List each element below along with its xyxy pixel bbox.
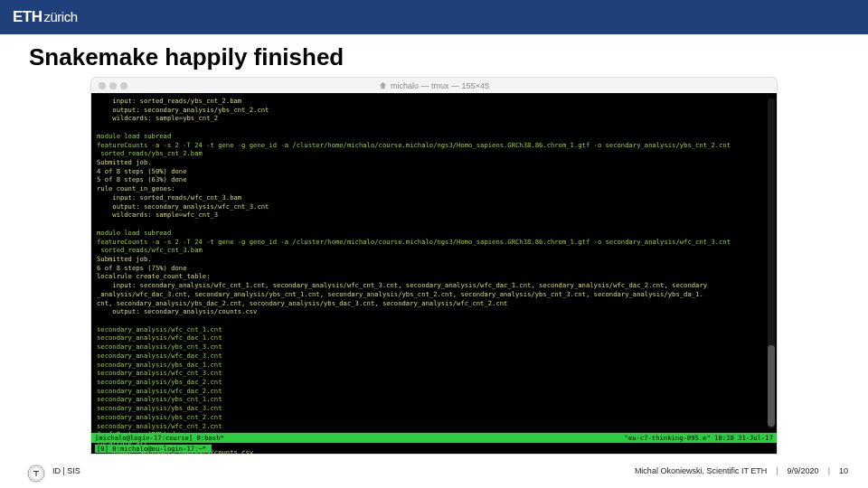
- terminal-line: wildcards: sample=wfc_cnt_3: [97, 211, 771, 220]
- terminal-line: secondary_analysis/ybs_cnt_1.cnt: [97, 395, 771, 404]
- terminal-window: michalo — tmux — 155×45 input: sorted_re…: [90, 77, 778, 455]
- terminal-line: secondary_analysis/wfc_cnt_1.cnt: [97, 325, 771, 334]
- terminal-line: 4 of 8 steps (50%) done: [97, 167, 771, 176]
- terminal-line: output: secondary_analysis/counts.csv: [97, 307, 771, 316]
- footer-left: ID | SIS: [52, 466, 80, 475]
- terminal-line: secondary_analysis/ybs_dac_3.cnt: [97, 404, 771, 413]
- terminal-line: input: secondary_analysis/wfc_cnt_1.cnt,…: [97, 281, 771, 290]
- eth-logo: ETHzürich: [13, 8, 78, 26]
- terminal-line: [97, 123, 771, 132]
- terminal-line: sorted_reads/ybs_cnt_2.bam: [97, 149, 771, 158]
- tmux-statusbar-2: [0] 0:michalo@eu-login-17:~*: [91, 444, 777, 454]
- terminal-line: sorted_reads/wfc_cnt_3.bam: [97, 246, 771, 255]
- terminal-line: secondary_analysis/wfc_cnt_2.cnt: [97, 422, 771, 431]
- terminal-line: rule count_in_genes:: [97, 184, 771, 193]
- terminal-line: _analysis/wfc_dac_3.cnt, secondary_analy…: [97, 290, 771, 299]
- terminal-line: wildcards: sample=ybs_cnt_2: [97, 114, 771, 123]
- terminal-window-title: michalo — tmux — 155×45: [91, 81, 777, 90]
- terminal-line: featureCounts -a -s 2 -T 24 -t gene -g g…: [97, 238, 771, 247]
- terminal-line: Submitted job.: [97, 255, 771, 264]
- eth-logo-main: ETH: [13, 8, 42, 25]
- footer-date: 9/9/2020: [788, 466, 819, 475]
- page-title: Snakemake happily finished: [0, 34, 868, 77]
- terminal-line: secondary_analysis/wfc_cnt_3.cnt: [97, 369, 771, 378]
- terminal-line: module load subread: [97, 229, 771, 238]
- eth-topbar: ETHzürich: [0, 0, 868, 34]
- terminal-line: localrule create_count_table:: [97, 272, 771, 281]
- terminal-line: cnt, secondary_analysis/ybs_dac_2.cnt, s…: [97, 299, 771, 308]
- terminal-line: secondary_analysis/ybs_cnt_2.cnt: [97, 413, 771, 422]
- terminal-line: secondary_analysis/wfc_dac_2.cnt: [97, 387, 771, 396]
- terminal-line: 6 of 8 steps (75%) done: [97, 264, 771, 273]
- terminal-line: secondary_analysis/wfc_dac_3.cnt: [97, 352, 771, 361]
- terminal-line: Submitted job.: [97, 158, 771, 167]
- terminal-line: secondary_analysis/ybs_cnt_3.cnt: [97, 343, 771, 352]
- home-icon: [379, 81, 387, 89]
- scrollbar-thumb[interactable]: [768, 345, 775, 427]
- footer-org: ID | SIS: [52, 466, 80, 475]
- tmux-status-right: "eu-c7-thinking-095.e" 10:38 31-Jul-17: [625, 434, 773, 443]
- terminal-body[interactable]: input: sorted_reads/ybs_cnt_2.bam output…: [90, 93, 778, 455]
- tmux-status2-text: [0] 0:michalo@eu-login-17:~*: [95, 445, 212, 454]
- terminal-line: secondary_analysis/ybs_dac_1.cnt: [97, 361, 771, 370]
- footer-page: 10: [839, 466, 848, 475]
- terminal-line: [97, 220, 771, 229]
- terminal-line: input: sorted_reads/wfc_cnt_3.bam: [97, 193, 771, 202]
- terminal-titlebar: michalo — tmux — 155×45: [90, 77, 778, 93]
- tmux-status-left: [michalo@login-17:course] 0:bash*: [95, 434, 224, 443]
- tmux-statusbar: [michalo@login-17:course] 0:bash* "eu-c7…: [91, 433, 777, 443]
- terminal-line: output: secondary_analysis/wfc_cnt_3.cnt: [97, 202, 771, 211]
- terminal-line: [97, 316, 771, 325]
- terminal-line: secondary_analysis/ybs_dac_2.cnt: [97, 378, 771, 387]
- terminal-window-title-text: michalo — tmux — 155×45: [391, 81, 489, 90]
- footer-author: Michal Okoniewski, Scientific IT ETH: [635, 466, 767, 475]
- terminal-line: output: secondary_analysis/ybs_cnt_2.cnt: [97, 106, 771, 115]
- terminal-line: featureCounts -a -s 2 -T 24 -t gene -g g…: [97, 141, 771, 150]
- footer-sep-1: |: [776, 466, 778, 475]
- footer-sep-2: |: [828, 466, 830, 475]
- terminal-line: secondary_analysis/wfc_dac_1.cnt: [97, 333, 771, 343]
- terminal-line: 5 of 8 steps (63%) done: [97, 175, 771, 184]
- slide-footer: ID | SIS Michal Okoniewski, Scientific I…: [0, 461, 868, 481]
- terminal-line: module load subread: [97, 132, 771, 141]
- terminal-line: input: sorted_reads/ybs_cnt_2.bam: [97, 97, 771, 106]
- footer-right: Michal Okoniewski, Scientific IT ETH | 9…: [635, 466, 848, 475]
- eth-logo-sub: zürich: [44, 9, 78, 24]
